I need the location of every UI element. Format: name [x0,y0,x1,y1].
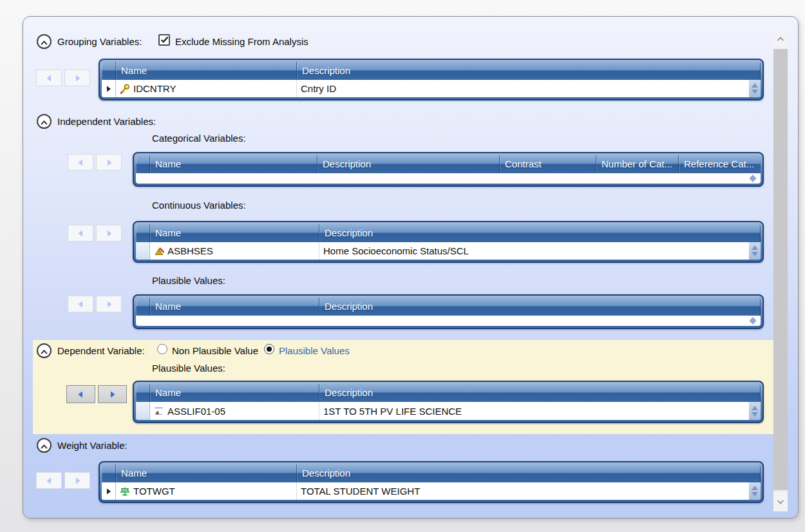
column-header-name[interactable]: Name [150,155,317,173]
chevron-up-icon [41,440,48,451]
scroll-up-icon [751,485,759,491]
row-selector-cell[interactable] [102,80,116,97]
panel-scrollbar[interactable] [773,30,788,511]
dependent-section-label: Dependent Variable: [57,345,145,357]
continuous-move-left-button[interactable] [68,225,93,242]
row-selector-cell[interactable] [102,482,116,500]
variable-name: IDCNTRY [133,83,176,94]
continuous-move-right-button[interactable] [96,225,122,242]
arrow-right-icon [76,477,80,484]
column-header-name[interactable]: Name [150,298,319,316]
column-header-name[interactable]: Name [150,224,319,242]
row-selector-cell[interactable] [136,402,150,420]
empty-grid-row[interactable] [136,316,761,326]
table-row[interactable]: TOTWGT TOTAL STUDENT WEIGHT [102,482,761,500]
arrow-left-icon [78,159,82,166]
independent-pv-grid: Name Description [133,294,764,329]
scrollbar-thumb[interactable] [773,49,788,490]
weight-move-right-button[interactable] [64,472,90,489]
weight-variable-grid: Name Description TOTWGT TOTAL STUDENT WE… [99,461,764,503]
arrow-left-icon [46,477,51,484]
row-marker-icon [106,486,111,497]
column-header-number-of-categories[interactable]: Number of Cat... [596,155,679,173]
row-selector-header [136,384,150,402]
row-selector-header [136,155,150,173]
scroll-up-icon [751,245,759,251]
column-header-description[interactable]: Description [319,224,761,242]
chevron-up-icon [41,116,48,128]
grid-scrollbar[interactable] [749,402,761,420]
independent-section-label: Independent Variables: [57,115,156,128]
grid-scrollbar[interactable] [749,242,761,260]
column-header-reference-category[interactable]: Reference Cat... [679,155,761,173]
weight-move-left-button[interactable] [36,472,62,489]
dependent-pv-grid-header: Name Description [136,384,761,402]
categorical-move-left-button[interactable] [68,154,93,171]
scales-icon [120,486,130,497]
grid-scrollbar[interactable] [749,80,761,97]
variable-name-cell: ASBHSES [150,242,319,260]
table-row[interactable]: ASBHSES Home Socioeconomic Status/SCL [136,242,761,260]
scrollbar-down-button[interactable] [773,492,788,511]
scroll-down-icon [751,89,759,95]
column-header-description[interactable]: Description [317,155,500,173]
continuous-variables-label: Continuous Variables: [152,199,246,212]
column-header-description[interactable]: Description [319,298,761,316]
column-header-name[interactable]: Name [150,384,319,402]
distribution-icon [154,406,164,416]
variable-description-cell: 1ST TO 5TH PV LIFE SCIENCE [319,402,749,420]
measure-icon [154,246,164,256]
table-row[interactable]: IDCNTRY Cntry ID [102,80,761,97]
arrow-left-icon [78,301,82,307]
chevron-up-icon [41,36,48,48]
arrow-right-icon [108,230,112,236]
variable-description: TOTAL STUDENT WEIGHT [301,486,420,497]
grouping-move-right-button[interactable] [64,70,90,86]
dependent-pv-move-right-button[interactable] [98,385,127,403]
checkmark-icon [160,34,169,46]
weight-nav-buttons [36,472,90,489]
column-header-description[interactable]: Description [319,384,761,402]
row-selector-cell[interactable] [136,242,150,260]
variable-name-cell: IDCNTRY [116,80,297,97]
scroll-up-icon [751,405,759,411]
dependent-pv-nav-buttons [66,385,127,403]
dependent-collapse-button[interactable] [37,343,52,358]
column-header-contrast[interactable]: Contrast [500,155,596,173]
independent-collapse-button[interactable] [37,114,52,129]
variable-description-cell: Home Socioeconomic Status/SCL [319,242,749,260]
non-plausible-value-radio[interactable] [157,344,167,354]
dependent-pv-move-left-button[interactable] [66,385,95,403]
plausible-values-radio[interactable] [264,344,274,354]
empty-grid-row[interactable] [136,173,761,184]
categorical-move-right-button[interactable] [96,154,122,171]
exclude-missing-label: Exclude Missing From Analysis [175,35,308,48]
scroll-up-icon [751,82,759,88]
chevron-down-icon [777,499,784,504]
exclude-missing-checkbox[interactable] [158,34,170,46]
scroll-diamond-icon [749,317,756,324]
arrow-right-icon [76,75,80,81]
independent-pv-move-left-button[interactable] [68,296,93,312]
column-header-description[interactable]: Description [297,62,761,80]
variable-description: Cntry ID [301,83,336,94]
column-header-name[interactable]: Name [116,464,297,482]
grouping-variables-grid: Name Description IDCNTRY Cntry ID [99,59,764,100]
column-header-name[interactable]: Name [116,62,297,80]
arrow-right-icon [111,391,115,397]
variable-name: TOTWGT [133,486,175,497]
categorical-nav-buttons [68,154,122,171]
row-marker-icon [106,83,111,95]
scrollbar-up-button[interactable] [773,30,788,49]
grouping-collapse-button[interactable] [37,34,52,49]
row-selector-header [102,62,116,80]
chevron-up-icon [41,345,48,357]
row-selector-header [136,224,150,242]
continuous-nav-buttons [68,225,122,242]
grouping-move-left-button[interactable] [36,70,62,86]
weight-collapse-button[interactable] [37,438,52,453]
independent-pv-move-right-button[interactable] [96,296,122,312]
table-row[interactable]: ASSLIF01-05 1ST TO 5TH PV LIFE SCIENCE [136,402,761,420]
column-header-description[interactable]: Description [297,464,761,482]
grid-scrollbar[interactable] [749,482,761,500]
